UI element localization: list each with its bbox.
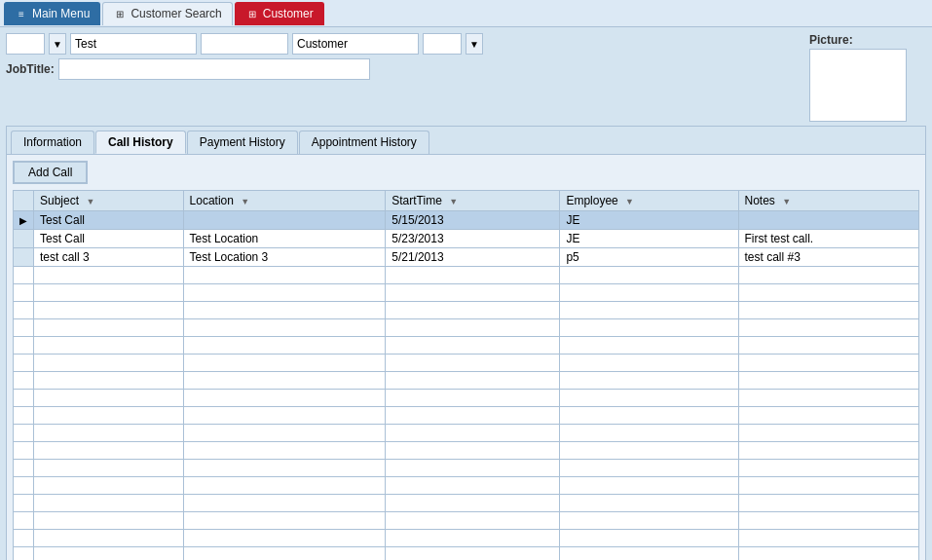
row-indicator bbox=[14, 248, 34, 267]
tab-information[interactable]: Information bbox=[11, 131, 94, 154]
subject-sort-icon: ▼ bbox=[86, 197, 94, 206]
col-indicator bbox=[14, 191, 34, 211]
jobtitle-row: JobTitle: bbox=[6, 58, 805, 80]
top-form: ▼ ▼ JobTitle: Picture: bbox=[6, 33, 926, 122]
tab-customer-label: Customer bbox=[263, 7, 314, 20]
tab-appointment-history[interactable]: Appointment History bbox=[299, 131, 429, 154]
empty-row bbox=[14, 477, 919, 495]
cell-location bbox=[183, 211, 386, 230]
picture-label: Picture: bbox=[809, 33, 853, 47]
cell-employee: JE bbox=[560, 211, 738, 230]
cell-employee: JE bbox=[560, 230, 738, 248]
suffix-input[interactable] bbox=[423, 33, 462, 55]
tab-customer-search[interactable]: ⊞ Customer Search bbox=[102, 2, 232, 25]
empty-row bbox=[14, 390, 919, 407]
cell-starttime: 5/23/2013 bbox=[386, 230, 560, 248]
tab-customer[interactable]: ⊞ Customer bbox=[235, 2, 324, 25]
empty-row bbox=[14, 530, 919, 547]
row-indicator: ▶ bbox=[14, 211, 34, 230]
empty-row bbox=[14, 512, 919, 530]
cell-notes bbox=[738, 211, 918, 230]
tab-content-call-history: Add Call Subject ▼ Location ▼ bbox=[7, 155, 925, 560]
empty-row bbox=[14, 460, 919, 477]
cell-notes: test call #3 bbox=[738, 248, 918, 267]
last-name-input[interactable] bbox=[292, 33, 419, 55]
cell-subject: test call 3 bbox=[34, 248, 184, 267]
row-indicator bbox=[14, 230, 34, 248]
form-fields: ▼ ▼ JobTitle: bbox=[6, 33, 805, 80]
main-content: ▼ ▼ JobTitle: Picture: Information bbox=[0, 27, 932, 560]
cell-employee: p5 bbox=[560, 248, 738, 267]
customer-search-icon: ⊞ bbox=[113, 7, 127, 20]
tab-headers: Information Call History Payment History… bbox=[7, 127, 925, 155]
first-name-input[interactable] bbox=[70, 33, 197, 55]
prefix-input[interactable] bbox=[6, 33, 45, 55]
call-history-table: Subject ▼ Location ▼ StartTime ▼ Emplo bbox=[13, 190, 919, 560]
cell-starttime: 5/21/2013 bbox=[386, 248, 560, 267]
empty-row bbox=[14, 302, 919, 319]
empty-row bbox=[14, 547, 919, 561]
col-subject[interactable]: Subject ▼ bbox=[34, 191, 184, 211]
cell-subject: Test Call bbox=[34, 211, 184, 230]
table-row[interactable]: Test Call Test Location 5/23/2013 JE Fir… bbox=[14, 230, 919, 248]
name-row: ▼ ▼ bbox=[6, 33, 805, 55]
cell-notes: First test call. bbox=[738, 230, 918, 248]
cell-location: Test Location bbox=[183, 230, 386, 248]
prefix-dropdown[interactable]: ▼ bbox=[49, 33, 66, 55]
empty-row bbox=[14, 495, 919, 512]
col-notes[interactable]: Notes ▼ bbox=[738, 191, 918, 211]
picture-area: Picture: bbox=[809, 33, 926, 122]
title-bar: ≡ Main Menu ⊞ Customer Search ⊞ Customer bbox=[0, 0, 932, 27]
main-menu-icon: ≡ bbox=[15, 7, 28, 20]
empty-row bbox=[14, 284, 919, 302]
empty-row bbox=[14, 267, 919, 284]
empty-row bbox=[14, 425, 919, 442]
empty-row bbox=[14, 442, 919, 460]
middle-name-input[interactable] bbox=[201, 33, 288, 55]
tab-call-history[interactable]: Call History bbox=[95, 131, 186, 154]
customer-icon: ⊞ bbox=[245, 7, 259, 20]
empty-row bbox=[14, 355, 919, 372]
cell-location: Test Location 3 bbox=[183, 248, 386, 267]
tab-main-menu-label: Main Menu bbox=[32, 7, 90, 20]
col-location[interactable]: Location ▼ bbox=[183, 191, 386, 211]
add-call-button[interactable]: Add Call bbox=[13, 161, 88, 184]
tab-customer-search-label: Customer Search bbox=[130, 7, 221, 20]
suffix-dropdown[interactable]: ▼ bbox=[466, 33, 483, 55]
empty-row bbox=[14, 319, 919, 337]
employee-sort-icon: ▼ bbox=[625, 197, 634, 206]
location-sort-icon: ▼ bbox=[241, 197, 249, 206]
jobtitle-input[interactable] bbox=[58, 58, 370, 80]
picture-box bbox=[809, 49, 907, 122]
empty-row bbox=[14, 337, 919, 355]
empty-row bbox=[14, 407, 919, 425]
cell-starttime: 5/15/2013 bbox=[386, 211, 560, 230]
empty-row bbox=[14, 372, 919, 390]
table-row[interactable]: test call 3 Test Location 3 5/21/2013 p5… bbox=[14, 248, 919, 267]
tab-main-menu[interactable]: ≡ Main Menu bbox=[4, 2, 100, 25]
tab-payment-history[interactable]: Payment History bbox=[187, 131, 298, 154]
notes-sort-icon: ▼ bbox=[782, 197, 791, 206]
col-employee[interactable]: Employee ▼ bbox=[560, 191, 738, 211]
tab-panel: Information Call History Payment History… bbox=[6, 126, 926, 560]
table-header-row: Subject ▼ Location ▼ StartTime ▼ Emplo bbox=[14, 191, 919, 211]
col-starttime[interactable]: StartTime ▼ bbox=[386, 191, 560, 211]
starttime-sort-icon: ▼ bbox=[449, 197, 458, 206]
cell-subject: Test Call bbox=[34, 230, 184, 248]
table-row[interactable]: ▶ Test Call 5/15/2013 JE bbox=[14, 211, 919, 230]
jobtitle-label: JobTitle: bbox=[6, 62, 55, 76]
